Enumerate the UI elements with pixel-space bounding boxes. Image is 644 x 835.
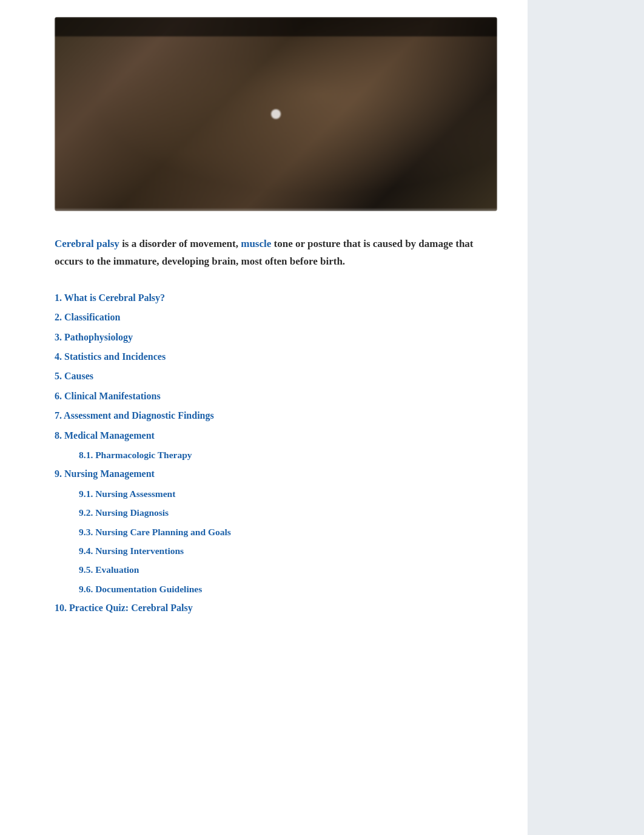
toc-link-toc-8[interactable]: 8. Medical Management bbox=[55, 427, 497, 445]
toc-link-toc-9-3[interactable]: 9.3. Nursing Care Planning and Goals bbox=[79, 523, 497, 541]
toc-item: 1. What is Cerebral Palsy? bbox=[55, 289, 497, 307]
video-thumbnail bbox=[55, 17, 497, 211]
toc-link-toc-6[interactable]: 6. Clinical Manifestations bbox=[55, 387, 497, 405]
toc-item: 3. Pathophysiology bbox=[55, 328, 497, 347]
toc-item: 5. Causes bbox=[55, 367, 497, 385]
toc-link-toc-9-6[interactable]: 9.6. Documentation Guidelines bbox=[79, 580, 497, 598]
toc-link-toc-1[interactable]: 1. What is Cerebral Palsy? bbox=[55, 289, 497, 307]
toc-link-toc-9[interactable]: 9. Nursing Management bbox=[55, 465, 497, 483]
toc-item: 10. Practice Quiz: Cerebral Palsy bbox=[55, 599, 497, 617]
video-progress-bar bbox=[55, 209, 497, 211]
video-top-bar bbox=[55, 17, 497, 36]
toc-item: 9.5. Evaluation bbox=[55, 561, 497, 578]
toc-item: 8.1. Pharmacologic Therapy bbox=[55, 446, 497, 464]
toc-item: 9.4. Nursing Interventions bbox=[55, 542, 497, 559]
sidebar-right bbox=[528, 0, 644, 835]
intro-paragraph: Cerebral palsy is a disorder of movement… bbox=[55, 235, 497, 271]
toc-link-toc-3[interactable]: 3. Pathophysiology bbox=[55, 328, 497, 347]
cerebral-palsy-link[interactable]: Cerebral palsy bbox=[55, 238, 119, 249]
toc-item: 9.3. Nursing Care Planning and Goals bbox=[55, 523, 497, 541]
toc-item: 8. Medical Management bbox=[55, 427, 497, 445]
toc-item: 9. Nursing Management bbox=[55, 465, 497, 483]
toc-link-toc-8-1[interactable]: 8.1. Pharmacologic Therapy bbox=[79, 446, 497, 464]
toc-link-toc-10[interactable]: 10. Practice Quiz: Cerebral Palsy bbox=[55, 599, 497, 617]
content-area: Cerebral palsy is a disorder of movement… bbox=[0, 0, 528, 835]
toc-link-toc-9-5[interactable]: 9.5. Evaluation bbox=[79, 561, 497, 578]
toc-link-toc-9-4[interactable]: 9.4. Nursing Interventions bbox=[79, 542, 497, 559]
toc-link-toc-5[interactable]: 5. Causes bbox=[55, 367, 497, 385]
toc-item: 7. Assessment and Diagnostic Findings bbox=[55, 407, 497, 425]
intro-middle: is a disorder of movement, bbox=[122, 238, 238, 249]
page-wrapper: Cerebral palsy is a disorder of movement… bbox=[0, 0, 644, 835]
toc-item: 9.1. Nursing Assessment bbox=[55, 485, 497, 502]
toc-link-toc-7[interactable]: 7. Assessment and Diagnostic Findings bbox=[55, 407, 497, 425]
toc-item: 4. Statistics and Incidences bbox=[55, 348, 497, 366]
video-container[interactable] bbox=[55, 17, 497, 211]
toc-link-toc-4[interactable]: 4. Statistics and Incidences bbox=[55, 348, 497, 366]
muscle-link[interactable]: muscle bbox=[241, 238, 271, 249]
toc-item: 2. Classification bbox=[55, 308, 497, 326]
toc-item: 6. Clinical Manifestations bbox=[55, 387, 497, 405]
table-of-contents: 1. What is Cerebral Palsy?2. Classificat… bbox=[55, 289, 497, 618]
toc-link-toc-9-2[interactable]: 9.2. Nursing Diagnosis bbox=[79, 504, 497, 521]
toc-item: 9.6. Documentation Guidelines bbox=[55, 580, 497, 598]
toc-link-toc-2[interactable]: 2. Classification bbox=[55, 308, 497, 326]
toc-link-toc-9-1[interactable]: 9.1. Nursing Assessment bbox=[79, 485, 497, 502]
toc-item: 9.2. Nursing Diagnosis bbox=[55, 504, 497, 521]
video-play-indicator bbox=[271, 109, 281, 119]
